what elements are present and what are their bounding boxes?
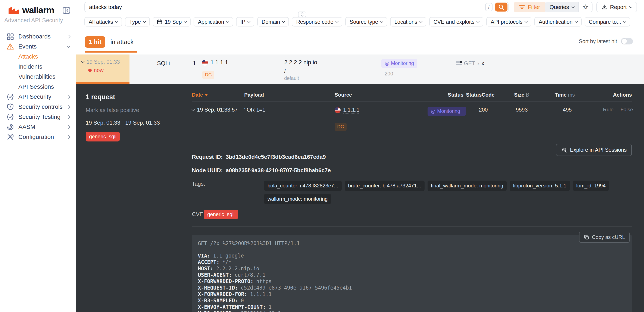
datacenter-badge: DC xyxy=(334,123,346,131)
sidebar-item-events[interactable]: Events xyxy=(0,42,76,52)
header-value: 1 xyxy=(268,304,272,310)
tag-chip[interactable]: wallarm_mode: monitoring xyxy=(264,194,331,204)
header-value: 1.1.1.1 xyxy=(250,291,272,297)
tags-row: Tags: bola_counter: i:478:f82823e7... br… xyxy=(192,180,632,204)
mark-false-action[interactable]: False xyxy=(620,107,633,112)
report-button[interactable]: Report xyxy=(596,2,637,12)
header-name: USER-AGENT: xyxy=(198,272,232,278)
queries-button-label: Queries xyxy=(550,4,569,10)
attack-source-ip[interactable]: 1.1.1.1 xyxy=(210,59,228,66)
tag-chip[interactable]: bola_counter: i:478:f82823e7... xyxy=(264,180,342,191)
shield-icon xyxy=(6,103,14,111)
search-button[interactable] xyxy=(495,2,508,12)
filter-chip-locations[interactable]: Locations xyxy=(390,17,426,26)
sidebar-item-dashboards[interactable]: Dashboards xyxy=(0,32,76,42)
column-size-unit: B xyxy=(526,92,529,98)
filter-chip-authentication[interactable]: Authentication xyxy=(534,17,582,26)
chevron-down-icon xyxy=(226,20,229,23)
attack-type: SQLi xyxy=(157,60,170,67)
attack-domain: 2.2.2.2.nip.io xyxy=(284,59,317,66)
favorite-query-button[interactable]: ☆ xyxy=(578,2,592,12)
request-source-ip[interactable]: 1.1.1.1 xyxy=(343,107,360,114)
sidebar-item-api-security[interactable]: API Security xyxy=(0,92,76,102)
sort-desc-icon xyxy=(205,94,208,96)
tag-chip[interactable]: final_wallarm_mode: monitoring xyxy=(428,180,507,191)
chevron-down-icon xyxy=(420,20,422,23)
filter-chip-api-protocols[interactable]: API protocols xyxy=(486,17,532,26)
filter-button[interactable]: Filter xyxy=(514,2,546,12)
live-dot-icon xyxy=(88,68,92,72)
column-source: Source xyxy=(334,92,428,98)
header-value: https xyxy=(256,278,272,284)
attack-date-cell[interactable]: 19 Sep, 01:33 now xyxy=(76,54,130,84)
search-input[interactable] xyxy=(85,4,485,10)
sidebar-item-label: API Security xyxy=(18,94,63,100)
fingerprint-search-icon xyxy=(561,147,567,153)
attack-row[interactable]: 19 Sep, 01:33 now SQLi 1 1.1.1.1 DC 2.2.… xyxy=(76,54,644,84)
details-summary-column: 1 request Mark as false positive 19 Sep,… xyxy=(76,84,187,312)
collapse-sidebar-icon[interactable] xyxy=(62,7,70,14)
column-status: Status xyxy=(428,92,466,98)
http-header: X-B3-SPANID:c2785330de62e2ca xyxy=(198,310,626,312)
tags-list: bola_counter: i:478:f82823e7... brute_co… xyxy=(264,180,632,204)
http-header: X-ENVOY-ATTEMPT-COUNT:1 xyxy=(198,304,626,310)
create-rule-action[interactable]: Rule xyxy=(603,107,614,112)
tag-chip[interactable]: brute_counter: b:478:a732471... xyxy=(345,180,424,191)
filter-chip-compare-to[interactable]: Compare to... xyxy=(584,17,630,26)
filter-chip-date[interactable]: 19 Sep xyxy=(153,17,190,26)
http-header: HOST:2.2.2.2.nip.io xyxy=(198,266,626,272)
sidebar-item-security-testing[interactable]: Security Testing xyxy=(0,112,76,122)
sidebar-item-security-controls[interactable]: Security controls xyxy=(0,102,76,112)
node-uuid-row: Node UUID: a08b235f-9a38-4210-8707-5bcf8… xyxy=(192,167,632,174)
brand-name: wallarm xyxy=(22,5,54,16)
tag-chip[interactable]: lom_id: 1994 xyxy=(573,180,609,191)
node-uuid-label: Node UUID: xyxy=(192,167,223,174)
mark-false-positive-link[interactable]: Mark as false positive xyxy=(86,107,180,114)
http-header: X-REQUEST-ID:c52dc489-e873-490e-a167-549… xyxy=(198,285,626,291)
meta-divider xyxy=(192,226,632,226)
requests-count: 1 request xyxy=(86,93,180,101)
filter-chip-all-attacks[interactable]: All attacks xyxy=(84,17,122,26)
tools-icon xyxy=(6,133,14,141)
sidebar-item-incidents[interactable]: Incidents xyxy=(0,62,76,72)
panel-resize-handle[interactable] xyxy=(298,12,306,17)
request-date-cell[interactable]: 19 Sep, 01:33:57 xyxy=(192,107,244,113)
status-label: Monitoring xyxy=(437,108,460,114)
header-name: ACCEPT: xyxy=(198,259,220,265)
header-name: X-FORWARDED-FOR: xyxy=(198,291,247,297)
attack-tag-badge[interactable]: generic_sqli xyxy=(86,132,120,142)
tag-chip[interactable]: libproton_version: 5.1.1 xyxy=(510,180,570,191)
column-time: Time ms xyxy=(555,92,598,98)
request-table-row[interactable]: 19 Sep, 01:33:57 ' OR 1=1 1.1.1.1 ◎ Moni… xyxy=(192,102,632,131)
filter-chip-cve-exploits[interactable]: CVE and exploits xyxy=(429,17,484,26)
sidebar-item-configuration[interactable]: Configuration xyxy=(0,132,76,142)
sidebar-item-attacks[interactable]: Attacks xyxy=(0,52,76,62)
attack-path: / xyxy=(284,68,286,74)
header-value: c52dc489-e873-490e-a167-5496fe45e4b1 xyxy=(241,285,352,291)
filter-chip-ip[interactable]: IP xyxy=(236,17,254,26)
chevron-right-icon xyxy=(67,135,70,139)
braces-check-icon xyxy=(6,93,14,101)
cve-tag-badge[interactable]: generic_sqli xyxy=(204,210,238,219)
filter-chip-response-code[interactable]: Response code xyxy=(292,17,342,26)
sidebar-item-api-sessions[interactable]: API Sessions xyxy=(0,82,76,92)
filter-chip-application[interactable]: Application xyxy=(194,17,233,26)
sort-control: Sort by latest hit xyxy=(579,38,633,44)
separator-chevron: › xyxy=(477,60,479,67)
filter-chip-domain[interactable]: Domain xyxy=(257,17,289,26)
queries-button[interactable]: Queries xyxy=(545,2,578,12)
column-actions: Actions xyxy=(598,92,632,98)
filter-chip-type[interactable]: Type xyxy=(125,17,150,26)
chevron-down-icon xyxy=(629,5,632,8)
copy-as-curl-button[interactable]: Copy as cURL xyxy=(579,232,630,243)
http-header: X-B3-SAMPLED:0 xyxy=(198,298,626,304)
column-date[interactable]: Date xyxy=(192,92,244,98)
endpoint-name: x xyxy=(482,60,484,67)
filter-chip-source-type[interactable]: Source type xyxy=(345,17,387,26)
sidebar-item-aasm[interactable]: AASM xyxy=(0,122,76,132)
explore-api-sessions-button[interactable]: Explore in API Sessions xyxy=(556,144,632,156)
sort-by-latest-hit-toggle[interactable] xyxy=(621,38,633,44)
download-icon xyxy=(602,4,607,10)
request-id-label: Request ID: xyxy=(192,154,223,160)
sidebar-item-vulnerabilities[interactable]: Vulnerabilities xyxy=(0,72,76,82)
